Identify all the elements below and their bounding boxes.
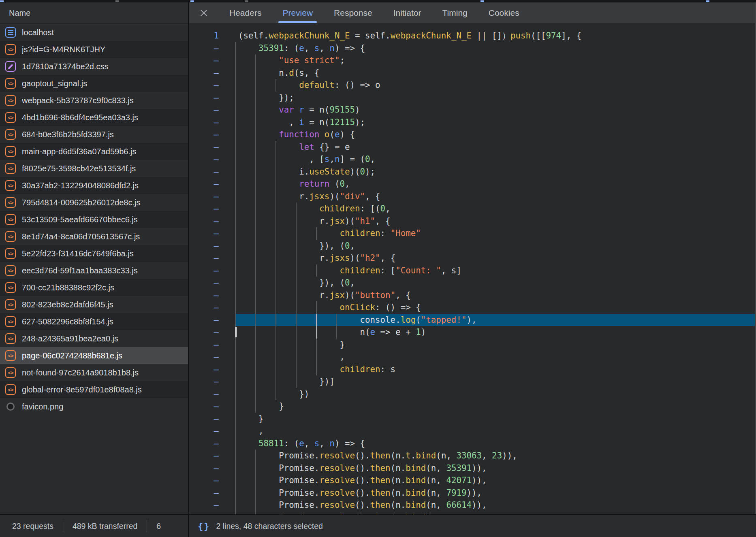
network-request-row[interactable]: favicon.png [0, 398, 188, 415]
code-line-content[interactable]: 58811: (e, s, n) => { [235, 437, 755, 450]
line-number[interactable]: – [189, 314, 235, 326]
network-request-row[interactable]: global-error-8e597df01e8f08a8.js [0, 381, 188, 398]
line-number[interactable]: – [189, 202, 235, 215]
code-line-content[interactable]: }) [235, 388, 755, 401]
network-request-row[interactable]: localhost [0, 24, 188, 41]
line-number[interactable]: – [189, 499, 235, 511]
code-line-content[interactable]: r.jsxs)("div", { [235, 190, 755, 203]
line-number[interactable]: – [189, 474, 235, 487]
code-line-content[interactable]: var r = n(95155) [235, 104, 755, 116]
line-number[interactable]: – [189, 400, 235, 413]
line-number[interactable]: 1 [189, 30, 235, 42]
line-number[interactable]: – [189, 413, 235, 425]
code-line-content[interactable]: Promise.resolve().then(n.bind(n, 35391))… [235, 462, 755, 475]
network-request-row[interactable]: 802-823eb8c2dafd6f45.js [0, 296, 188, 313]
code-line-content[interactable]: onClick: () => { [235, 301, 755, 314]
code-line-content[interactable]: children: ["Count: ", s] [235, 264, 755, 277]
network-request-row[interactable]: not-found-97c2614a9018b1b8.js [0, 364, 188, 381]
network-request-row[interactable]: page-06c02742488b681e.js [0, 347, 188, 364]
code-line-content[interactable]: Promise.resolve().then(n.bind(n, 42071))… [235, 474, 755, 487]
line-number[interactable]: – [189, 92, 235, 104]
line-number[interactable]: – [189, 462, 235, 475]
code-line-content[interactable]: , [235, 425, 755, 437]
line-number[interactable]: – [189, 42, 235, 55]
line-number[interactable]: – [189, 252, 235, 264]
code-line-content[interactable]: r.jsxs)("h2", { [235, 252, 755, 264]
network-request-row[interactable]: eec3d76d-59f1aa1baa383c33.js [0, 262, 188, 279]
line-number[interactable]: – [189, 511, 235, 515]
code-line-content[interactable]: Promise.resolve().then(n.bind(n, [235, 511, 755, 515]
code-line-content[interactable]: 35391: (e, s, n) => { [235, 42, 755, 55]
line-number[interactable]: – [189, 450, 235, 462]
network-request-row[interactable]: 248-a24365a91bea2ea0.js [0, 330, 188, 347]
code-line-content[interactable]: }), (0, [235, 277, 755, 289]
code-line-content[interactable]: } [235, 400, 755, 413]
line-number[interactable]: – [189, 487, 235, 499]
code-line-content[interactable]: })] [235, 375, 755, 388]
line-number[interactable]: – [189, 215, 235, 228]
code-line-content[interactable]: children: s [235, 363, 755, 376]
code-line-content[interactable]: , i = n(12115); [235, 116, 755, 129]
code-line-content[interactable]: function o(e) { [235, 128, 755, 141]
close-icon[interactable] [195, 4, 212, 21]
line-number[interactable]: – [189, 116, 235, 129]
code-line-content[interactable]: } [235, 413, 755, 425]
network-request-row[interactable]: 5e22fd23-f31416dc7649f6ba.js [0, 245, 188, 262]
network-request-row[interactable]: 684-b0e3f6b2b5fd3397.js [0, 126, 188, 143]
line-number[interactable]: – [189, 153, 235, 166]
code-line-content[interactable]: i.useState)(0); [235, 166, 755, 178]
preview-code-viewer[interactable]: 1(self.webpackChunk_N_E = self.webpackCh… [189, 23, 755, 514]
line-number[interactable]: – [189, 289, 235, 302]
code-line-content[interactable]: let {} = e [235, 141, 755, 153]
line-number[interactable]: – [189, 190, 235, 203]
network-request-row[interactable]: 700-cc21b88388c92f2c.js [0, 279, 188, 296]
network-request-row[interactable]: 53c13509-5aeafd66670bbec6.js [0, 211, 188, 228]
line-number[interactable]: – [189, 240, 235, 252]
network-request-row[interactable]: 8e1d74a4-8ca06d705613567c.js [0, 228, 188, 245]
line-number[interactable]: – [189, 54, 235, 67]
line-number[interactable]: – [189, 339, 235, 351]
code-line-content[interactable]: Promise.resolve().then(n.bind(n, 66614))… [235, 499, 755, 511]
line-number[interactable]: – [189, 227, 235, 240]
network-request-row[interactable]: main-app-d6d5f36a07ad59b6.js [0, 143, 188, 160]
tab-initiator[interactable]: Initiator [383, 2, 432, 23]
code-line-content[interactable]: }), (0, [235, 240, 755, 252]
code-line-content[interactable]: r.jsx)("button", { [235, 289, 755, 302]
name-column-header[interactable]: Name [0, 2, 188, 24]
code-line-content[interactable]: n.d(s, { [235, 67, 755, 79]
line-number[interactable]: – [189, 326, 235, 339]
line-number[interactable]: – [189, 375, 235, 388]
line-number[interactable]: – [189, 104, 235, 116]
code-line-content[interactable]: children: "Home" [235, 227, 755, 240]
tab-response[interactable]: Response [323, 2, 383, 23]
code-line-content[interactable]: (self.webpackChunk_N_E = self.webpackChu… [235, 30, 755, 42]
code-line-content[interactable]: Promise.resolve().then(n.t.bind(n, 33063… [235, 450, 755, 462]
line-number[interactable]: – [189, 425, 235, 437]
network-request-row[interactable]: webpack-5b373787c9f0c833.js [0, 92, 188, 109]
code-line-content[interactable]: } [235, 339, 755, 351]
code-line-content[interactable]: n(e => e + 1) [235, 326, 755, 339]
network-request-row[interactable]: gaoptout_signal.js [0, 75, 188, 92]
line-number[interactable]: – [189, 67, 235, 79]
network-request-row[interactable]: 795d4814-009625b26012de8c.js [0, 194, 188, 211]
line-number[interactable]: – [189, 264, 235, 277]
line-number[interactable]: – [189, 79, 235, 92]
line-number[interactable]: – [189, 277, 235, 289]
code-line-content[interactable]: children: [(0, [235, 202, 755, 215]
code-line-content[interactable]: , [235, 351, 755, 363]
line-number[interactable]: – [189, 166, 235, 178]
code-line-content[interactable]: default: () => o [235, 79, 755, 92]
network-request-row[interactable]: f8025e75-3598cb42e513534f.js [0, 160, 188, 177]
code-line-content[interactable]: r.jsx)("h1", { [235, 215, 755, 228]
line-number[interactable]: – [189, 437, 235, 450]
tab-cookies[interactable]: Cookies [478, 2, 530, 23]
tab-preview[interactable]: Preview [272, 2, 323, 23]
network-request-row[interactable]: 30a37ab2-132294048086dfd2.js [0, 177, 188, 194]
network-request-row[interactable]: 627-5082296c8bf8f154.js [0, 313, 188, 330]
network-request-row[interactable]: 4bd1b696-8b6df4ce95ea03a3.js [0, 109, 188, 126]
line-number[interactable]: – [189, 388, 235, 401]
code-line-content[interactable]: "use strict"; [235, 54, 755, 67]
tab-timing[interactable]: Timing [432, 2, 478, 23]
line-number[interactable]: – [189, 178, 235, 190]
line-number[interactable]: – [189, 128, 235, 141]
